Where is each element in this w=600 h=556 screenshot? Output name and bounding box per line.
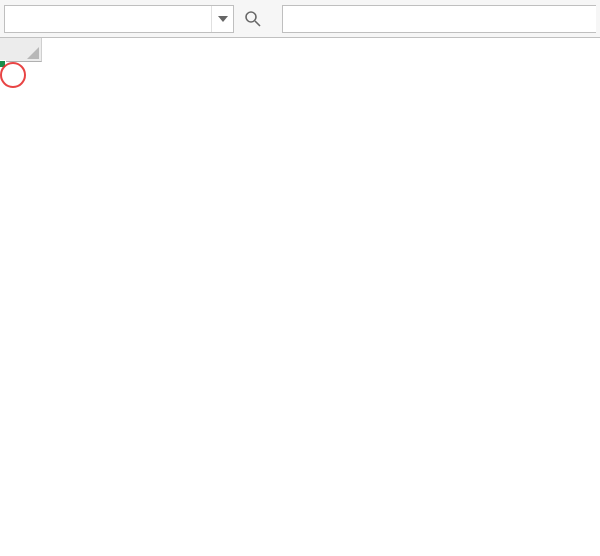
formula-toolbar (0, 0, 600, 38)
spreadsheet-grid[interactable] (0, 38, 600, 62)
column-headers (0, 38, 600, 62)
select-all-corner[interactable] (0, 38, 42, 62)
cell-selection (0, 62, 4, 66)
formula-bar[interactable] (282, 5, 596, 33)
corner-triangle-icon (27, 47, 39, 59)
name-box-dropdown[interactable] (211, 6, 233, 32)
svg-point-0 (246, 12, 256, 22)
chevron-down-icon (218, 16, 228, 22)
name-box-container (4, 5, 234, 33)
fill-handle[interactable] (0, 60, 6, 68)
find-icon[interactable] (240, 6, 266, 32)
svg-line-1 (255, 21, 260, 26)
